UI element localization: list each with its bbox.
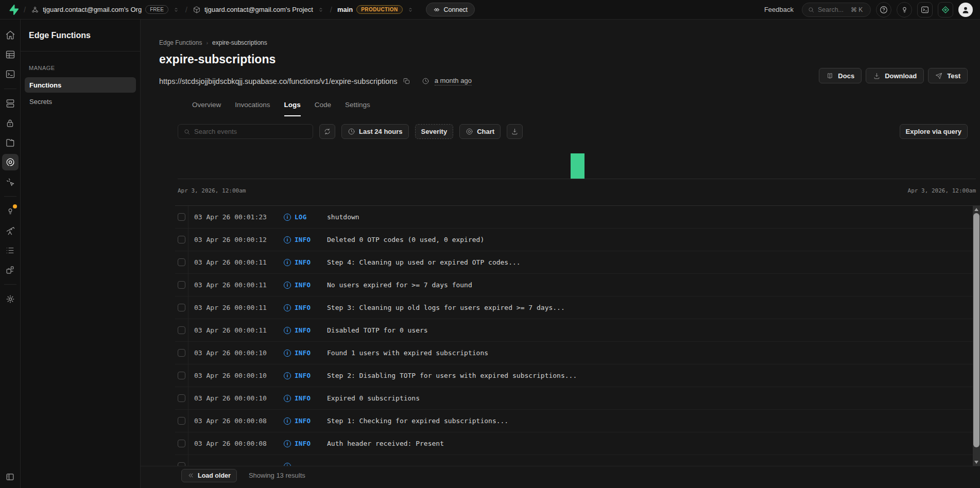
home-icon[interactable] [2,27,19,43]
table-row[interactable]: 03 Apr 26 00:00:11 INFO Step 4: Cleaning… [175,251,980,274]
copy-icon[interactable] [403,77,410,85]
axis-start-label: Apr 3, 2026, 12:00am [178,187,246,194]
chevron-updown-icon[interactable] [406,6,415,14]
log-level: INFO [295,326,311,334]
search-events-input[interactable] [194,128,307,135]
table-row[interactable]: 03 Apr 26 00:00:10 INFO Step 2: Disablin… [175,364,980,387]
row-checkbox[interactable] [178,213,185,221]
database-icon[interactable] [2,95,19,112]
log-timestamp: 03 Apr 26 00:00:08 [194,440,267,447]
sql-editor-icon[interactable] [2,66,19,82]
tab-code[interactable]: Code [315,101,331,116]
chevron-updown-icon[interactable] [317,6,325,14]
sidebar-item-functions[interactable]: Functions [25,77,136,93]
edge-functions-panel: Edge Functions MANAGE FunctionsSecrets [21,20,141,488]
table-row[interactable]: 03 Apr 26 00:00:12 INFO Deleted 0 OTP co… [175,229,980,251]
log-level: INFO [295,258,311,266]
refresh-button[interactable] [319,124,335,139]
manage-section-label: MANAGE [21,51,140,76]
feedback-button[interactable]: Feedback [764,6,794,13]
search-events-box[interactable] [178,124,313,139]
row-checkbox[interactable] [178,326,185,334]
row-checkbox[interactable] [178,417,185,425]
table-row[interactable]: 03 Apr 26 00:00:11 INFO No users expired… [175,274,980,297]
log-chart-bars[interactable] [178,145,976,179]
environment-badge: PRODUCTION [356,5,402,14]
ai-assistant-button[interactable] [938,2,953,18]
branch-switcher[interactable]: main PRODUCTION [337,5,415,14]
table-row[interactable] [175,455,980,466]
help-button[interactable] [876,2,891,18]
api-docs-icon[interactable] [2,262,19,278]
collapse-sidebar-icon[interactable] [2,468,19,485]
row-checkbox[interactable] [178,394,185,402]
tab-settings[interactable]: Settings [345,101,370,116]
project-switcher[interactable]: tjguard.contact@gmail.com's Project [193,6,325,14]
table-row[interactable]: 03 Apr 26 00:00:10 INFO Expired 0 subscr… [175,387,980,410]
row-checkbox[interactable] [178,304,185,311]
chart-bar[interactable] [571,153,584,179]
row-checkbox[interactable] [178,440,185,447]
storage-icon[interactable] [2,134,19,151]
connect-button[interactable]: Connect [426,3,475,16]
time-range-button[interactable]: Last 24 hours [341,124,409,139]
tab-invocations[interactable]: Invocations [235,101,270,116]
table-row[interactable]: 03 Apr 26 00:00:11 INFO Disabled TOTP fo… [175,319,980,342]
chart-toggle-button[interactable]: Chart [459,124,501,139]
sidebar-menu: FunctionsSecrets [21,77,140,109]
table-row[interactable]: 03 Apr 26 00:00:08 INFO Step 1: Checking… [175,410,980,432]
info-icon [284,463,291,466]
global-search[interactable]: ⌘ K [802,3,871,17]
tab-overview[interactable]: Overview [192,101,221,116]
org-switcher[interactable]: tjguard.contact@gmail.com's Org FREE [31,5,180,14]
scroll-down-arrow[interactable] [974,461,978,464]
book-icon [826,72,834,80]
table-row[interactable]: 03 Apr 26 00:01:23 LOG shutdown [175,206,980,229]
last-updated[interactable]: a month ago [435,77,472,85]
export-logs-button[interactable] [507,124,523,139]
chevron-updown-icon[interactable] [172,6,180,14]
scroll-up-arrow[interactable] [974,208,978,211]
sidebar-item-secrets[interactable]: Secrets [25,94,136,109]
breadcrumb-edge-functions[interactable]: Edge Functions [159,39,202,46]
download-button[interactable]: Download [866,68,924,83]
command-terminal-button[interactable] [917,2,933,18]
scrollbar-thumb[interactable] [973,213,979,447]
table-row[interactable]: 03 Apr 26 00:00:10 INFO Found 1 users wi… [175,342,980,364]
reports-icon[interactable] [2,222,19,239]
docs-button[interactable]: Docs [819,68,862,83]
log-timestamp: 03 Apr 26 00:00:10 [194,349,267,357]
breadcrumb-separator: / [23,5,27,14]
top-bar: / tjguard.contact@gmail.com's Org FREE /… [0,0,980,20]
whats-new-lightbulb-button[interactable] [897,2,912,18]
supabase-logo-icon[interactable] [7,4,19,15]
global-search-input[interactable] [818,6,848,13]
edge-functions-icon[interactable] [2,154,19,170]
load-older-button[interactable]: Load older [181,469,237,482]
explore-via-query-button[interactable]: Explore via query [900,124,968,139]
row-checkbox[interactable] [178,258,185,266]
settings-icon[interactable] [2,291,19,307]
authentication-icon[interactable] [2,115,19,131]
realtime-icon[interactable] [2,173,19,190]
row-checkbox[interactable] [178,372,185,379]
table-editor-icon[interactable] [2,46,19,63]
row-checkbox[interactable] [178,281,185,289]
severity-filter-button[interactable]: Severity [415,124,454,139]
table-row[interactable]: 03 Apr 26 00:00:08 INFO Auth header rece… [175,432,980,455]
advisors-icon[interactable] [2,203,19,219]
row-checkbox[interactable] [178,462,185,466]
row-checkbox[interactable] [178,236,185,243]
log-level: INFO [295,440,311,447]
eye-icon [466,128,473,135]
logs-icon[interactable] [2,242,19,258]
table-row[interactable]: 03 Apr 26 00:00:11 INFO Step 3: Cleaning… [175,297,980,319]
test-button[interactable]: Test [928,68,968,83]
user-avatar[interactable] [958,3,973,17]
info-icon [284,259,291,266]
tab-logs[interactable]: Logs [284,101,301,116]
rewind-icon [187,472,194,479]
vertical-scrollbar[interactable] [973,206,980,466]
download-icon [873,72,881,80]
row-checkbox[interactable] [178,349,185,357]
